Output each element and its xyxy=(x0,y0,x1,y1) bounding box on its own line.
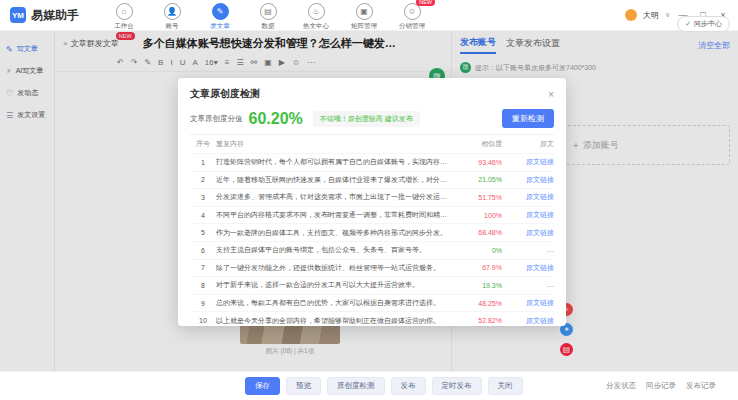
bottom-bar: 保存预览原创度检测发布定时发布关闭 分发状态同步记录发布记录 xyxy=(0,371,738,400)
table-header-row: 序号 重复内容 相似度 原文 xyxy=(190,134,554,153)
bottom-bar-button[interactable]: 保存 xyxy=(245,377,280,395)
top-nav-item[interactable]: ✎ 发文章 xyxy=(203,0,237,31)
table-row: 5 作为一款老牌的自媒体工具，支持图文、视频等多种内容形式的同步分发。 68.4… xyxy=(190,223,554,241)
nav-label: 发文章 xyxy=(210,22,230,31)
col-source: 原文 xyxy=(502,139,554,149)
similarity-table: 序号 重复内容 相似度 原文 1 打造矩阵营销时代，每个人都可以拥有属于自己的自… xyxy=(178,134,566,329)
nav-icon: ♨ xyxy=(308,3,325,20)
score-row: 文章原创度分值 60.20% 不错哦！原创度较高 建议发布 重新检测 xyxy=(178,107,566,134)
row-content: 以上就是今天分享的全部内容，希望能够帮助到正在做自媒体运营的你。 xyxy=(216,316,458,326)
row-number: 2 xyxy=(190,176,216,183)
bottom-bar-button[interactable]: 预览 xyxy=(286,377,321,395)
nav-label: 账号 xyxy=(166,22,179,31)
sync-center-button[interactable]: ✓ 同步中心 xyxy=(677,16,730,32)
row-number: 10 xyxy=(190,317,216,324)
row-number: 5 xyxy=(190,229,216,236)
table-row: 9 总的来说，每款工具都有自己的优势，大家可以根据自身需求进行选择。 48.25… xyxy=(190,294,554,312)
app-logo: YM 易媒助手 xyxy=(0,7,89,24)
table-row: 6 支持主流自媒体平台的账号绑定，包括公众号、头条号、百家号等。 0% --- xyxy=(190,241,554,259)
close-icon[interactable]: × xyxy=(548,89,554,100)
table-row: 3 分发渠道多、管理成本高，针对这类需求，市面上出现了一批一键分发运营工具。 5… xyxy=(190,188,554,206)
user-name[interactable]: 大明 xyxy=(643,10,659,21)
top-nav-item[interactable]: ▤ 数据 xyxy=(251,0,285,31)
row-content: 作为一款老牌的自媒体工具，支持图文、视频等多种内容形式的同步分发。 xyxy=(216,228,458,238)
check-icon: ✓ xyxy=(685,20,691,28)
bottom-bar-link[interactable]: 同步记录 xyxy=(646,381,676,391)
nav-label: 工作台 xyxy=(114,22,134,31)
nav-label: 热文中心 xyxy=(303,22,329,31)
sync-center-label: 同步中心 xyxy=(694,19,722,29)
row-similarity: 68.48% xyxy=(458,229,502,236)
source-link[interactable]: 原文链接 xyxy=(502,228,554,238)
row-number: 1 xyxy=(190,159,216,166)
row-number: 8 xyxy=(190,282,216,289)
nav-icon: ▤ xyxy=(260,3,277,20)
bottom-bar-button[interactable]: 定时发布 xyxy=(432,377,482,395)
source-link[interactable]: --- xyxy=(502,282,554,289)
top-nav-item[interactable]: ⌂ 工作台 xyxy=(107,0,141,31)
bottom-bar-link[interactable]: 发布记录 xyxy=(686,381,716,391)
nav-icon: ▣ xyxy=(356,3,373,20)
row-similarity: 100% xyxy=(458,212,502,219)
app-name: 易媒助手 xyxy=(31,7,79,24)
bottom-bar-link[interactable]: 分发状态 xyxy=(606,381,636,391)
bottom-bar-button[interactable]: 原创度检测 xyxy=(327,377,385,395)
nav-label: 矩阵管理 xyxy=(351,22,377,31)
row-similarity: 67.9% xyxy=(458,264,502,271)
row-content: 不同平台的内容格式要求不同，发布时需要逐一调整，非常耗费时间和精力。 xyxy=(216,210,458,220)
col-no: 序号 xyxy=(190,139,216,149)
row-content: 除了一键分发功能之外，还提供数据统计、粉丝管理等一站式运营服务。 xyxy=(216,263,458,273)
row-content: 总的来说，每款工具都有自己的优势，大家可以根据自身需求进行选择。 xyxy=(216,298,458,308)
source-link[interactable]: 原文链接 xyxy=(502,175,554,185)
title-bar: YM 易媒助手 ⌂ 工作台 👤 账号 ✎ 发文章 ▤ 数据 ♨ 热文中心 ▣ 矩… xyxy=(0,0,738,31)
score-note: 不错哦！原创度较高 建议发布 xyxy=(313,111,420,127)
row-number: 7 xyxy=(190,264,216,271)
row-content: 对于新手来说，选择一款合适的分发工具可以大大提升运营效率。 xyxy=(216,280,458,290)
table-row: 7 除了一键分发功能之外，还提供数据统计、粉丝管理等一站式运营服务。 67.9%… xyxy=(190,259,554,277)
row-number: 9 xyxy=(190,300,216,307)
source-link[interactable]: 原文链接 xyxy=(502,316,554,326)
row-content: 支持主流自媒体平台的账号绑定，包括公众号、头条号、百家号等。 xyxy=(216,245,458,255)
source-link[interactable]: 原文链接 xyxy=(502,192,554,202)
row-content: 近年，随着移动互联网的快速发展，自媒体行业迎来了爆发式增长，对分发管理有需求。 xyxy=(216,175,458,185)
top-nav-item[interactable]: ☺ 分销管理 NEW xyxy=(395,0,429,31)
source-link[interactable]: 原文链接 xyxy=(502,263,554,273)
row-similarity: 21.05% xyxy=(458,176,502,183)
score-label: 文章原创度分值 xyxy=(190,114,243,124)
bottom-bar-button[interactable]: 关闭 xyxy=(488,377,523,395)
row-number: 6 xyxy=(190,247,216,254)
new-badge: NEW xyxy=(416,0,435,6)
col-similarity: 相似度 xyxy=(458,139,502,149)
row-similarity: 19.3% xyxy=(458,282,502,289)
row-similarity: 48.25% xyxy=(458,300,502,307)
top-nav-item[interactable]: ♨ 热文中心 xyxy=(299,0,333,31)
source-link[interactable]: 原文链接 xyxy=(502,298,554,308)
score-value: 60.20% xyxy=(249,110,303,128)
col-content: 重复内容 xyxy=(216,139,458,149)
nav-label: 分销管理 xyxy=(399,22,425,31)
modal-title: 文章原创度检测 xyxy=(190,87,260,101)
user-avatar[interactable] xyxy=(625,9,637,21)
source-link[interactable]: 原文链接 xyxy=(502,157,554,167)
source-link[interactable]: --- xyxy=(502,247,554,254)
modal-header: 文章原创度检测 × xyxy=(178,78,566,107)
top-nav-item[interactable]: ▣ 矩阵管理 xyxy=(347,0,381,31)
app-logo-icon: YM xyxy=(10,7,26,23)
bottom-links: 分发状态同步记录发布记录 xyxy=(606,381,738,391)
app-window: YM 易媒助手 ⌂ 工作台 👤 账号 ✎ 发文章 ▤ 数据 ♨ 热文中心 ▣ 矩… xyxy=(0,0,738,400)
table-row: 4 不同平台的内容格式要求不同，发布时需要逐一调整，非常耗费时间和精力。 100… xyxy=(190,206,554,224)
source-link[interactable]: 原文链接 xyxy=(502,210,554,220)
originality-check-modal: 文章原创度检测 × 文章原创度分值 60.20% 不错哦！原创度较高 建议发布 … xyxy=(178,78,566,326)
chevron-down-icon[interactable]: ∨ xyxy=(665,11,670,19)
top-nav-item[interactable]: 👤 账号 xyxy=(155,0,189,31)
table-row: 8 对于新手来说，选择一款合适的分发工具可以大大提升运营效率。 19.3% --… xyxy=(190,276,554,294)
row-similarity: 93.46% xyxy=(458,159,502,166)
recheck-button[interactable]: 重新检测 xyxy=(502,109,554,128)
row-similarity: 52.82% xyxy=(458,317,502,324)
row-similarity: 51.75% xyxy=(458,194,502,201)
bottom-buttons: 保存预览原创度检测发布定时发布关闭 xyxy=(245,377,523,395)
table-row: 2 近年，随着移动互联网的快速发展，自媒体行业迎来了爆发式增长，对分发管理有需求… xyxy=(190,171,554,189)
table-body: 1 打造矩阵营销时代，每个人都可以拥有属于自己的自媒体账号，实现内容的快速分发。… xyxy=(190,153,554,329)
nav-icon: ✎ xyxy=(212,3,229,20)
bottom-bar-button[interactable]: 发布 xyxy=(391,377,426,395)
